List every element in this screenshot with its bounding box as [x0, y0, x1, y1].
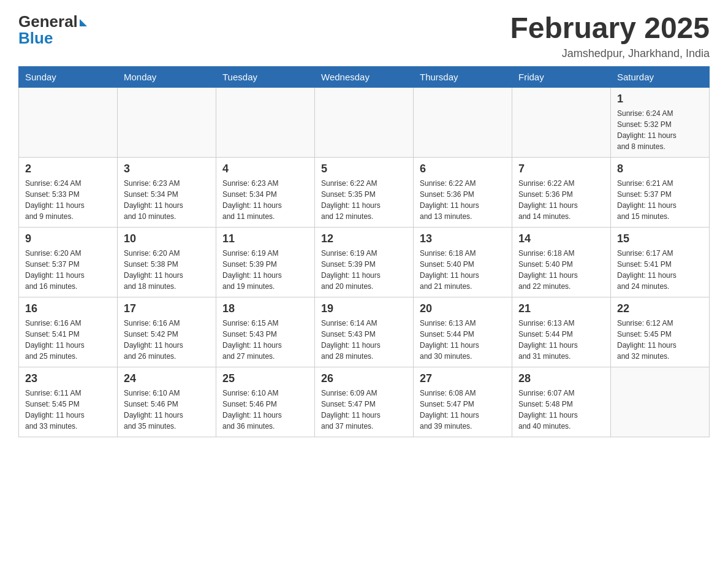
- day-number: 15: [617, 232, 703, 245]
- logo-blue-text: Blue: [18, 29, 53, 48]
- day-info: Sunrise: 6:18 AM Sunset: 5:40 PM Dayligh…: [420, 248, 506, 292]
- calendar-cell: 21Sunrise: 6:13 AM Sunset: 5:44 PM Dayli…: [512, 297, 611, 367]
- day-number: 17: [124, 302, 210, 315]
- weekday-header-monday: Monday: [118, 66, 216, 87]
- header: General Blue February 2025 Jamshedpur, J…: [18, 12, 710, 60]
- weekday-header-saturday: Saturday: [611, 66, 710, 87]
- day-number: 3: [124, 163, 210, 175]
- day-number: 7: [518, 163, 604, 175]
- calendar-cell: 13Sunrise: 6:18 AM Sunset: 5:40 PM Dayli…: [414, 227, 512, 297]
- calendar-cell: [216, 87, 315, 157]
- day-number: 23: [25, 372, 111, 385]
- day-info: Sunrise: 6:24 AM Sunset: 5:33 PM Dayligh…: [25, 178, 111, 222]
- calendar-cell: [118, 87, 216, 157]
- day-info: Sunrise: 6:19 AM Sunset: 5:39 PM Dayligh…: [321, 248, 407, 292]
- day-number: 19: [321, 302, 407, 315]
- calendar-cell: 5Sunrise: 6:22 AM Sunset: 5:35 PM Daylig…: [315, 157, 414, 227]
- calendar-table: SundayMondayTuesdayWednesdayThursdayFrid…: [18, 66, 710, 437]
- day-info: Sunrise: 6:13 AM Sunset: 5:44 PM Dayligh…: [518, 318, 604, 362]
- day-info: Sunrise: 6:12 AM Sunset: 5:45 PM Dayligh…: [617, 318, 703, 362]
- day-info: Sunrise: 6:16 AM Sunset: 5:42 PM Dayligh…: [124, 318, 210, 362]
- day-number: 25: [222, 372, 308, 385]
- calendar-cell: 9Sunrise: 6:20 AM Sunset: 5:37 PM Daylig…: [19, 227, 118, 297]
- day-number: 5: [321, 163, 407, 175]
- day-number: 28: [518, 372, 604, 385]
- day-info: Sunrise: 6:21 AM Sunset: 5:37 PM Dayligh…: [617, 178, 703, 222]
- weekday-header-sunday: Sunday: [19, 66, 118, 87]
- calendar-cell: 27Sunrise: 6:08 AM Sunset: 5:47 PM Dayli…: [414, 367, 512, 437]
- calendar-cell: [611, 367, 710, 437]
- day-number: 21: [518, 302, 604, 315]
- day-number: 10: [124, 232, 210, 245]
- day-number: 13: [420, 232, 506, 245]
- day-number: 1: [617, 93, 703, 105]
- month-title: February 2025: [510, 12, 710, 45]
- calendar-cell: 20Sunrise: 6:13 AM Sunset: 5:44 PM Dayli…: [414, 297, 512, 367]
- day-number: 11: [222, 232, 308, 245]
- day-info: Sunrise: 6:10 AM Sunset: 5:46 PM Dayligh…: [124, 388, 210, 432]
- day-number: 14: [518, 232, 604, 245]
- weekday-header-row: SundayMondayTuesdayWednesdayThursdayFrid…: [19, 66, 710, 87]
- week-row-2: 2Sunrise: 6:24 AM Sunset: 5:33 PM Daylig…: [19, 157, 710, 227]
- day-number: 27: [420, 372, 506, 385]
- title-area: February 2025 Jamshedpur, Jharkhand, Ind…: [510, 12, 710, 60]
- day-info: Sunrise: 6:22 AM Sunset: 5:35 PM Dayligh…: [321, 178, 407, 222]
- day-info: Sunrise: 6:24 AM Sunset: 5:32 PM Dayligh…: [617, 108, 703, 152]
- week-row-4: 16Sunrise: 6:16 AM Sunset: 5:41 PM Dayli…: [19, 297, 710, 367]
- calendar-cell: 3Sunrise: 6:23 AM Sunset: 5:34 PM Daylig…: [118, 157, 216, 227]
- day-number: 6: [420, 163, 506, 175]
- calendar-cell: 17Sunrise: 6:16 AM Sunset: 5:42 PM Dayli…: [118, 297, 216, 367]
- day-number: 8: [617, 163, 703, 175]
- calendar-cell: 22Sunrise: 6:12 AM Sunset: 5:45 PM Dayli…: [611, 297, 710, 367]
- day-number: 9: [25, 232, 111, 245]
- day-info: Sunrise: 6:08 AM Sunset: 5:47 PM Dayligh…: [420, 388, 506, 432]
- calendar-cell: [512, 87, 611, 157]
- day-info: Sunrise: 6:23 AM Sunset: 5:34 PM Dayligh…: [124, 178, 210, 222]
- day-number: 26: [321, 372, 407, 385]
- calendar-cell: [19, 87, 118, 157]
- calendar-cell: 6Sunrise: 6:22 AM Sunset: 5:36 PM Daylig…: [414, 157, 512, 227]
- calendar-cell: 23Sunrise: 6:11 AM Sunset: 5:45 PM Dayli…: [19, 367, 118, 437]
- weekday-header-tuesday: Tuesday: [216, 66, 315, 87]
- calendar-cell: 19Sunrise: 6:14 AM Sunset: 5:43 PM Dayli…: [315, 297, 414, 367]
- day-number: 18: [222, 302, 308, 315]
- calendar-cell: 8Sunrise: 6:21 AM Sunset: 5:37 PM Daylig…: [611, 157, 710, 227]
- calendar-cell: 12Sunrise: 6:19 AM Sunset: 5:39 PM Dayli…: [315, 227, 414, 297]
- calendar-cell: 28Sunrise: 6:07 AM Sunset: 5:48 PM Dayli…: [512, 367, 611, 437]
- calendar-cell: 26Sunrise: 6:09 AM Sunset: 5:47 PM Dayli…: [315, 367, 414, 437]
- logo: General Blue: [18, 12, 87, 48]
- day-number: 22: [617, 302, 703, 315]
- day-info: Sunrise: 6:14 AM Sunset: 5:43 PM Dayligh…: [321, 318, 407, 362]
- calendar-cell: 11Sunrise: 6:19 AM Sunset: 5:39 PM Dayli…: [216, 227, 315, 297]
- day-number: 12: [321, 232, 407, 245]
- day-number: 2: [25, 163, 111, 175]
- calendar-cell: 4Sunrise: 6:23 AM Sunset: 5:34 PM Daylig…: [216, 157, 315, 227]
- day-info: Sunrise: 6:20 AM Sunset: 5:37 PM Dayligh…: [25, 248, 111, 292]
- day-number: 24: [124, 372, 210, 385]
- calendar-cell: 24Sunrise: 6:10 AM Sunset: 5:46 PM Dayli…: [118, 367, 216, 437]
- day-info: Sunrise: 6:19 AM Sunset: 5:39 PM Dayligh…: [222, 248, 308, 292]
- calendar-cell: 7Sunrise: 6:22 AM Sunset: 5:36 PM Daylig…: [512, 157, 611, 227]
- calendar-cell: 18Sunrise: 6:15 AM Sunset: 5:43 PM Dayli…: [216, 297, 315, 367]
- day-info: Sunrise: 6:15 AM Sunset: 5:43 PM Dayligh…: [222, 318, 308, 362]
- day-info: Sunrise: 6:22 AM Sunset: 5:36 PM Dayligh…: [420, 178, 506, 222]
- location-subtitle: Jamshedpur, Jharkhand, India: [510, 47, 710, 60]
- day-info: Sunrise: 6:13 AM Sunset: 5:44 PM Dayligh…: [420, 318, 506, 362]
- calendar-cell: 14Sunrise: 6:18 AM Sunset: 5:40 PM Dayli…: [512, 227, 611, 297]
- day-info: Sunrise: 6:11 AM Sunset: 5:45 PM Dayligh…: [25, 388, 111, 432]
- week-row-3: 9Sunrise: 6:20 AM Sunset: 5:37 PM Daylig…: [19, 227, 710, 297]
- day-info: Sunrise: 6:09 AM Sunset: 5:47 PM Dayligh…: [321, 388, 407, 432]
- weekday-header-wednesday: Wednesday: [315, 66, 414, 87]
- day-info: Sunrise: 6:18 AM Sunset: 5:40 PM Dayligh…: [518, 248, 604, 292]
- week-row-1: 1Sunrise: 6:24 AM Sunset: 5:32 PM Daylig…: [19, 87, 710, 157]
- calendar-cell: 2Sunrise: 6:24 AM Sunset: 5:33 PM Daylig…: [19, 157, 118, 227]
- day-info: Sunrise: 6:16 AM Sunset: 5:41 PM Dayligh…: [25, 318, 111, 362]
- day-info: Sunrise: 6:07 AM Sunset: 5:48 PM Dayligh…: [518, 388, 604, 432]
- calendar-cell: 1Sunrise: 6:24 AM Sunset: 5:32 PM Daylig…: [611, 87, 710, 157]
- day-number: 20: [420, 302, 506, 315]
- weekday-header-friday: Friday: [512, 66, 611, 87]
- calendar-cell: 16Sunrise: 6:16 AM Sunset: 5:41 PM Dayli…: [19, 297, 118, 367]
- day-number: 16: [25, 302, 111, 315]
- day-number: 4: [222, 163, 308, 175]
- week-row-5: 23Sunrise: 6:11 AM Sunset: 5:45 PM Dayli…: [19, 367, 710, 437]
